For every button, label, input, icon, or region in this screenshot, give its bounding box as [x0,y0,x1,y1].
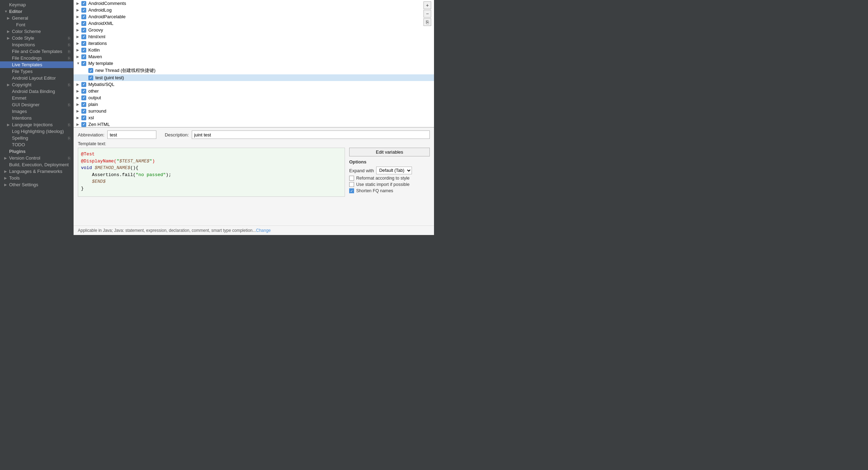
change-link[interactable]: Change [256,228,271,233]
group-checkbox[interactable] [81,61,86,66]
right-panel: Edit variables Options Expand with Defau… [349,148,430,197]
expand-with-label: Expand with [349,168,374,173]
sidebar-item-color-scheme[interactable]: ▶Color Scheme [0,28,73,35]
sidebar-item-inspections[interactable]: Inspections⎘ [0,41,73,48]
sidebar-item-live-templates[interactable]: Live Templates [0,61,73,68]
sidebar-item-log-highlighting[interactable]: Log Highlighting (Ideolog) [0,128,73,135]
group-checkbox[interactable] [81,21,86,26]
sidebar-item-file-encodings[interactable]: File Encodings⎘ [0,55,73,61]
expand-with-select[interactable]: Default (Tab) [376,167,412,174]
group-checkbox[interactable] [81,89,86,94]
option-row-shorten-fq: Shorten FQ names [349,188,430,193]
group-label: surround [88,108,106,114]
remove-button[interactable]: − [423,10,431,18]
sidebar-item-file-code-templates[interactable]: File and Code Templates⎘ [0,48,73,55]
code-line-6: } [81,185,342,192]
sidebar-label: TODO [12,142,25,147]
sidebar-item-font[interactable]: Font [0,21,73,28]
template-item-new-thread[interactable]: new Thread (创建线程快捷键) [74,67,434,74]
options-list: Reformat according to style Use static i… [349,176,430,193]
sidebar-item-emmet[interactable]: Emmet [0,95,73,101]
abbreviation-input[interactable] [107,130,156,139]
option-checkbox-static-import[interactable] [349,182,354,187]
template-group-android-log[interactable]: ▶ AndroidLog [74,7,434,13]
sidebar-item-keymap[interactable]: Keymap [0,1,73,8]
copy-button[interactable]: ⎘ [423,18,431,26]
edit-variables-button[interactable]: Edit variables [349,148,430,156]
sidebar-item-editor[interactable]: ▼Editor [0,8,73,15]
sidebar-item-file-types[interactable]: File Types [0,68,73,75]
sidebar-item-spelling[interactable]: Spelling⎘ [0,135,73,141]
option-checkbox-shorten-fq[interactable] [349,188,354,193]
template-group-my-template[interactable]: ▼ My template [74,60,434,67]
sidebar-label: Android Layout Editor [12,75,56,81]
group-label: Zen HTML [88,122,110,127]
group-checkbox[interactable] [81,82,86,87]
template-group-groovy[interactable]: ▶ Groovy [74,27,434,33]
option-checkbox-reformat[interactable] [349,176,354,181]
group-arrow: ▶ [76,89,81,93]
group-checkbox[interactable] [81,95,86,100]
sidebar-label: Other Settings [9,182,38,187]
sidebar-item-copyright[interactable]: ▶Copyright⎘ [0,81,73,88]
template-group-iterations[interactable]: ▶ iterations [74,40,434,47]
group-checkbox[interactable] [81,41,86,46]
sidebar-item-general[interactable]: ▶General [0,15,73,21]
template-group-android-parcelable[interactable]: ▶ AndroidParcelable [74,13,434,20]
sidebar-label: Editor [9,9,22,14]
template-group-mybatis-sql[interactable]: ▶ Mybatis/SQL [74,81,434,88]
sidebar-item-languages-frameworks[interactable]: ▶Languages & Frameworks [0,168,73,175]
template-group-surround[interactable]: ▶ surround [74,108,434,114]
settings-dialog: Keymap▼Editor▶GeneralFont▶Color Scheme▶C… [0,0,434,235]
group-checkbox[interactable] [81,109,86,114]
child-checkbox[interactable] [88,75,93,80]
template-list-toolbar: + − ⎘ [423,1,431,26]
template-group-plain[interactable]: ▶ plain [74,101,434,108]
group-checkbox[interactable] [81,115,86,120]
template-group-android-xml[interactable]: ▶ AndroidXML [74,20,434,27]
sidebar-item-tools[interactable]: ▶Tools [0,175,73,181]
group-checkbox[interactable] [81,122,86,127]
sidebar-item-android-data-binding[interactable]: Android Data Binding [0,88,73,95]
code-editor[interactable]: @Test @DisplayName("$TEST_NAME$") void $… [78,148,345,197]
template-group-other[interactable]: ▶ other [74,88,434,94]
copy-icon: ⎘ [68,103,70,107]
template-group-maven[interactable]: ▶ Maven [74,53,434,60]
sidebar-item-images[interactable]: Images [0,108,73,115]
child-checkbox[interactable] [88,68,93,73]
description-input[interactable] [192,130,430,139]
template-group-html-xml[interactable]: ▶ html/xml [74,33,434,40]
sidebar-item-language-injections[interactable]: ▶Language Injections⎘ [0,121,73,128]
group-arrow: ▶ [76,96,81,100]
sidebar-item-code-style[interactable]: ▶Code Style⎘ [0,35,73,41]
sidebar-item-build-execution[interactable]: Build, Execution, Deployment [0,161,73,168]
template-group-android-comments[interactable]: ▶ AndroidComments [74,0,434,7]
sidebar-item-other-settings[interactable]: ▶Other Settings [0,181,73,188]
group-checkbox[interactable] [81,102,86,107]
template-item-test-junit[interactable]: test (juint test) [74,74,434,81]
arrow-icon: ▶ [4,176,9,180]
sidebar-item-gui-designer[interactable]: GUI Designer⎘ [0,101,73,108]
group-label: AndroidLog [88,7,112,13]
group-checkbox[interactable] [81,8,86,13]
template-group-zen-html[interactable]: ▶ Zen HTML [74,121,434,127]
sidebar-item-intentions[interactable]: Intentions [0,115,73,121]
sidebar-item-plugins[interactable]: Plugins [0,148,73,155]
group-arrow: ▶ [76,41,81,45]
arrow-icon: ▶ [4,156,9,160]
template-group-output[interactable]: ▶ output [74,94,434,101]
sidebar-item-todo[interactable]: TODO [0,141,73,148]
group-checkbox[interactable] [81,14,86,19]
add-button[interactable]: + [423,1,431,9]
code-line-1: @Test [81,151,342,158]
sidebar-item-android-layout-editor[interactable]: Android Layout Editor [0,75,73,81]
sidebar-item-version-control[interactable]: ▶Version Control⎘ [0,155,73,161]
group-checkbox[interactable] [81,34,86,39]
template-group-xsl[interactable]: ▶ xsl [74,114,434,121]
group-checkbox[interactable] [81,28,86,33]
group-arrow: ▶ [76,102,81,106]
group-checkbox[interactable] [81,48,86,53]
group-checkbox[interactable] [81,54,86,59]
group-checkbox[interactable] [81,1,86,6]
template-group-kotlin[interactable]: ▶ Kotlin [74,47,434,53]
